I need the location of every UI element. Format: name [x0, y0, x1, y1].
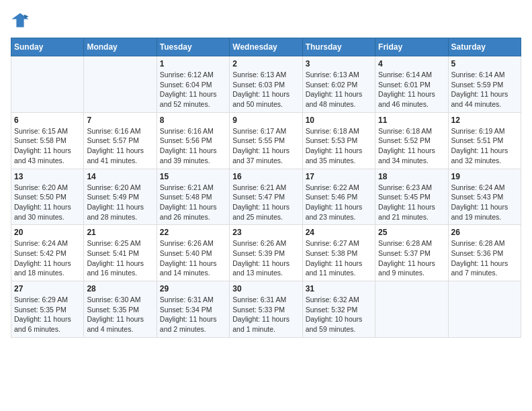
- day-info: Sunrise: 6:18 AM Sunset: 5:53 PM Dayligh…: [306, 126, 372, 166]
- calendar-day-cell: 12Sunrise: 6:19 AM Sunset: 5:51 PM Dayli…: [448, 112, 521, 169]
- day-info: Sunrise: 6:12 AM Sunset: 6:04 PM Dayligh…: [160, 70, 226, 109]
- calendar-day-cell: 3Sunrise: 6:13 AM Sunset: 6:02 PM Daylig…: [302, 56, 375, 113]
- day-number: 14: [87, 172, 153, 181]
- day-info: Sunrise: 6:15 AM Sunset: 5:58 PM Dayligh…: [14, 126, 81, 166]
- calendar-day-cell: [448, 281, 521, 338]
- day-number: 17: [306, 172, 372, 181]
- day-number: 30: [232, 284, 299, 293]
- calendar-day-header: Monday: [84, 38, 157, 56]
- page-header: [11, 11, 521, 30]
- calendar-day-cell: 22Sunrise: 6:26 AM Sunset: 5:40 PM Dayli…: [157, 225, 229, 281]
- day-info: Sunrise: 6:25 AM Sunset: 5:41 PM Dayligh…: [87, 238, 153, 278]
- day-info: Sunrise: 6:29 AM Sunset: 5:35 PM Dayligh…: [14, 295, 81, 334]
- day-info: Sunrise: 6:14 AM Sunset: 6:01 PM Dayligh…: [378, 70, 445, 109]
- logo: [11, 11, 32, 30]
- calendar-week-row: 1Sunrise: 6:12 AM Sunset: 6:04 PM Daylig…: [11, 56, 521, 113]
- calendar-week-row: 6Sunrise: 6:15 AM Sunset: 5:58 PM Daylig…: [11, 112, 521, 169]
- day-number: 15: [160, 172, 226, 181]
- day-info: Sunrise: 6:24 AM Sunset: 5:43 PM Dayligh…: [451, 183, 518, 222]
- calendar-day-cell: 31Sunrise: 6:32 AM Sunset: 5:32 PM Dayli…: [302, 281, 375, 338]
- calendar-day-cell: 28Sunrise: 6:30 AM Sunset: 5:35 PM Dayli…: [84, 281, 157, 338]
- day-number: 27: [14, 284, 81, 293]
- day-number: 22: [160, 228, 226, 237]
- calendar-day-header: Wednesday: [230, 38, 302, 56]
- day-info: Sunrise: 6:21 AM Sunset: 5:48 PM Dayligh…: [160, 183, 226, 222]
- day-info: Sunrise: 6:20 AM Sunset: 5:49 PM Dayligh…: [87, 183, 153, 222]
- day-info: Sunrise: 6:28 AM Sunset: 5:37 PM Dayligh…: [378, 238, 445, 278]
- day-number: 23: [232, 228, 299, 237]
- calendar-day-cell: 9Sunrise: 6:17 AM Sunset: 5:55 PM Daylig…: [230, 112, 302, 169]
- calendar-day-cell: 29Sunrise: 6:31 AM Sunset: 5:34 PM Dayli…: [157, 281, 229, 338]
- calendar-day-header: Sunday: [11, 38, 84, 56]
- calendar-week-row: 13Sunrise: 6:20 AM Sunset: 5:50 PM Dayli…: [11, 169, 521, 225]
- day-info: Sunrise: 6:31 AM Sunset: 5:33 PM Dayligh…: [232, 295, 299, 334]
- calendar-day-cell: [11, 56, 84, 113]
- day-number: 28: [87, 284, 153, 293]
- calendar-day-cell: 2Sunrise: 6:13 AM Sunset: 6:03 PM Daylig…: [230, 56, 302, 113]
- calendar-day-cell: 27Sunrise: 6:29 AM Sunset: 5:35 PM Dayli…: [11, 281, 84, 338]
- day-number: 13: [14, 172, 81, 181]
- calendar-day-cell: 26Sunrise: 6:28 AM Sunset: 5:36 PM Dayli…: [448, 225, 521, 281]
- calendar-table: SundayMondayTuesdayWednesdayThursdayFrid…: [11, 38, 521, 338]
- calendar-day-header: Thursday: [302, 38, 375, 56]
- calendar-week-row: 27Sunrise: 6:29 AM Sunset: 5:35 PM Dayli…: [11, 281, 521, 338]
- day-number: 3: [306, 59, 372, 68]
- day-info: Sunrise: 6:20 AM Sunset: 5:50 PM Dayligh…: [14, 183, 81, 222]
- calendar-day-cell: 25Sunrise: 6:28 AM Sunset: 5:37 PM Dayli…: [375, 225, 448, 281]
- day-number: 1: [160, 59, 226, 68]
- day-number: 20: [14, 228, 81, 237]
- day-number: 2: [232, 59, 299, 68]
- day-info: Sunrise: 6:24 AM Sunset: 5:42 PM Dayligh…: [14, 238, 81, 278]
- calendar-day-cell: 30Sunrise: 6:31 AM Sunset: 5:33 PM Dayli…: [230, 281, 302, 338]
- calendar-day-cell: 1Sunrise: 6:12 AM Sunset: 6:04 PM Daylig…: [157, 56, 229, 113]
- day-info: Sunrise: 6:16 AM Sunset: 5:56 PM Dayligh…: [160, 126, 226, 166]
- day-number: 10: [306, 116, 372, 125]
- day-number: 12: [451, 116, 518, 125]
- svg-marker-0: [11, 13, 28, 28]
- day-number: 29: [160, 284, 226, 293]
- logo-icon: [11, 11, 30, 30]
- day-number: 6: [14, 116, 81, 125]
- day-info: Sunrise: 6:16 AM Sunset: 5:57 PM Dayligh…: [87, 126, 153, 166]
- calendar-day-cell: 14Sunrise: 6:20 AM Sunset: 5:49 PM Dayli…: [84, 169, 157, 225]
- calendar-day-cell: 10Sunrise: 6:18 AM Sunset: 5:53 PM Dayli…: [302, 112, 375, 169]
- day-info: Sunrise: 6:28 AM Sunset: 5:36 PM Dayligh…: [451, 238, 518, 278]
- day-number: 25: [378, 228, 445, 237]
- day-number: 21: [87, 228, 153, 237]
- calendar-header-row: SundayMondayTuesdayWednesdayThursdayFrid…: [11, 38, 521, 56]
- day-info: Sunrise: 6:31 AM Sunset: 5:34 PM Dayligh…: [160, 295, 226, 334]
- day-info: Sunrise: 6:27 AM Sunset: 5:38 PM Dayligh…: [306, 238, 372, 278]
- calendar-day-cell: 18Sunrise: 6:23 AM Sunset: 5:45 PM Dayli…: [375, 169, 448, 225]
- calendar-day-cell: 4Sunrise: 6:14 AM Sunset: 6:01 PM Daylig…: [375, 56, 448, 113]
- calendar-day-cell: 21Sunrise: 6:25 AM Sunset: 5:41 PM Dayli…: [84, 225, 157, 281]
- day-number: 26: [451, 228, 518, 237]
- day-info: Sunrise: 6:18 AM Sunset: 5:52 PM Dayligh…: [378, 126, 445, 166]
- day-info: Sunrise: 6:30 AM Sunset: 5:35 PM Dayligh…: [87, 295, 153, 334]
- calendar-day-cell: 23Sunrise: 6:26 AM Sunset: 5:39 PM Dayli…: [230, 225, 302, 281]
- day-number: 24: [306, 228, 372, 237]
- calendar-day-header: Saturday: [448, 38, 521, 56]
- calendar-day-header: Friday: [375, 38, 448, 56]
- calendar-day-cell: 7Sunrise: 6:16 AM Sunset: 5:57 PM Daylig…: [84, 112, 157, 169]
- day-info: Sunrise: 6:22 AM Sunset: 5:46 PM Dayligh…: [306, 183, 372, 222]
- calendar-day-cell: 17Sunrise: 6:22 AM Sunset: 5:46 PM Dayli…: [302, 169, 375, 225]
- day-number: 7: [87, 116, 153, 125]
- calendar-day-cell: 11Sunrise: 6:18 AM Sunset: 5:52 PM Dayli…: [375, 112, 448, 169]
- day-info: Sunrise: 6:13 AM Sunset: 6:03 PM Dayligh…: [232, 70, 299, 109]
- calendar-day-cell: [84, 56, 157, 113]
- calendar-day-cell: 6Sunrise: 6:15 AM Sunset: 5:58 PM Daylig…: [11, 112, 84, 169]
- calendar-day-cell: 8Sunrise: 6:16 AM Sunset: 5:56 PM Daylig…: [157, 112, 229, 169]
- calendar-day-cell: 15Sunrise: 6:21 AM Sunset: 5:48 PM Dayli…: [157, 169, 229, 225]
- day-info: Sunrise: 6:32 AM Sunset: 5:32 PM Dayligh…: [306, 295, 372, 334]
- day-info: Sunrise: 6:26 AM Sunset: 5:39 PM Dayligh…: [232, 238, 299, 278]
- calendar-week-row: 20Sunrise: 6:24 AM Sunset: 5:42 PM Dayli…: [11, 225, 521, 281]
- day-info: Sunrise: 6:13 AM Sunset: 6:02 PM Dayligh…: [306, 70, 372, 109]
- day-number: 19: [451, 172, 518, 181]
- calendar-day-cell: 24Sunrise: 6:27 AM Sunset: 5:38 PM Dayli…: [302, 225, 375, 281]
- calendar-day-cell: 13Sunrise: 6:20 AM Sunset: 5:50 PM Dayli…: [11, 169, 84, 225]
- day-info: Sunrise: 6:19 AM Sunset: 5:51 PM Dayligh…: [451, 126, 518, 166]
- calendar-day-cell: [375, 281, 448, 338]
- day-number: 5: [451, 59, 518, 68]
- day-number: 11: [378, 116, 445, 125]
- calendar-day-cell: 19Sunrise: 6:24 AM Sunset: 5:43 PM Dayli…: [448, 169, 521, 225]
